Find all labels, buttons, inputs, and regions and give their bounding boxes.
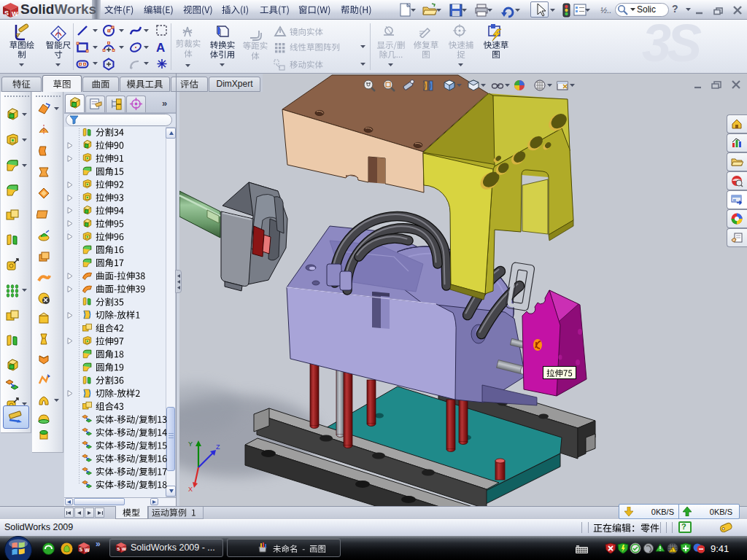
svg-text:X: X — [188, 486, 193, 493]
svg-text:Z: Z — [216, 443, 220, 451]
svg-text:S: S — [80, 547, 83, 552]
svg-text:A: A — [156, 41, 165, 54]
svg-text:S: S — [117, 546, 120, 551]
svg-text:S: S — [4, 9, 9, 17]
svg-text:W: W — [85, 548, 90, 553]
svg-text:W: W — [12, 10, 18, 18]
svg-text:W: W — [122, 546, 126, 551]
svg-text:Y: Y — [188, 440, 193, 448]
